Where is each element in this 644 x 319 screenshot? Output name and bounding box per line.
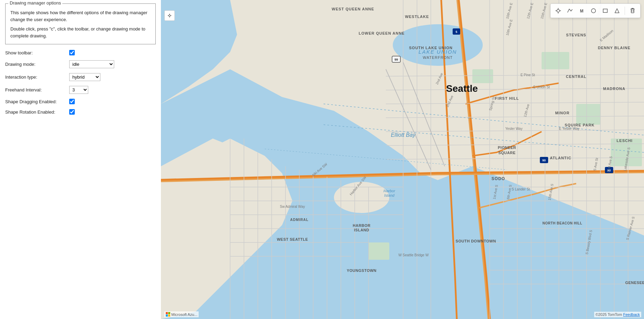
delete-tool-button[interactable]	[627, 5, 638, 16]
svg-text:Island: Island	[384, 193, 394, 197]
svg-text:SQUARE: SQUARE	[498, 151, 516, 155]
svg-text:ADMIRAL: ADMIRAL	[290, 218, 308, 222]
drawing-mode-row: Drawing mode: idle draw-line draw-polygo…	[5, 60, 156, 68]
interaction-type-select[interactable]: hybrid click freehand	[69, 73, 100, 81]
freehand-interval-select[interactable]: 1 2 3 4 5	[69, 86, 88, 94]
zoom-controls	[164, 10, 175, 21]
svg-text:Yesler Way: Yesler Way	[505, 127, 523, 131]
svg-text:Sw Admiral Way: Sw Admiral Way	[280, 205, 305, 209]
options-box-title: Drawing manager options	[8, 0, 62, 6]
svg-rect-136	[603, 9, 607, 12]
svg-text:E Union St: E Union St	[533, 85, 550, 89]
drawing-mode-select[interactable]: idle draw-line draw-polygon draw-circle …	[69, 60, 114, 68]
svg-text:M: M	[580, 9, 583, 14]
svg-text:90: 90	[542, 159, 546, 162]
svg-text:WESTLAKE: WESTLAKE	[405, 15, 429, 19]
svg-text:ISLAND: ISLAND	[354, 228, 369, 232]
svg-text:WATERFRONT: WATERFRONT	[423, 55, 453, 60]
map-navigate-button[interactable]	[164, 10, 175, 21]
svg-point-129	[557, 9, 560, 12]
svg-text:S Lander St: S Lander St	[512, 187, 530, 191]
svg-rect-8	[542, 52, 569, 69]
feedback-link[interactable]: Feedback	[623, 312, 640, 317]
ms-sq-blue	[166, 314, 168, 317]
shape-dragging-checkbox[interactable]	[69, 99, 75, 104]
map-copyright: ©2025 TomTom Feedback	[594, 312, 641, 317]
svg-text:LESCHI: LESCHI	[617, 139, 633, 143]
svg-text:WEST QUEEN ANNE: WEST QUEEN ANNE	[332, 7, 374, 11]
svg-text:PIONEER: PIONEER	[498, 145, 516, 150]
drawing-mode-label: Drawing mode:	[5, 62, 69, 67]
svg-text:YOUNGSTOWN: YOUNGSTOWN	[347, 268, 377, 273]
toolbar-separator	[625, 7, 625, 15]
freehand-interval-label: Freehand Interval:	[5, 87, 69, 92]
options-box: Drawing manager options This sample show…	[5, 3, 156, 44]
interaction-type-row: Interaction type: hybrid click freehand	[5, 73, 156, 81]
show-toolbar-label: Show toolbar:	[5, 50, 69, 55]
point-tool-button[interactable]	[553, 5, 564, 16]
svg-text:5: 5	[455, 30, 457, 34]
svg-point-6	[393, 24, 483, 66]
svg-rect-11	[369, 242, 389, 260]
shape-rotation-row: Shape Rotation Enabled:	[5, 109, 156, 115]
svg-rect-7	[472, 69, 493, 83]
svg-text:SOUTH DOWNTOWN: SOUTH DOWNTOWN	[456, 239, 496, 243]
shape-dragging-label: Shape Dragging Enabled:	[5, 99, 69, 104]
map-container[interactable]: 5 99 90 90 WEST QUEEN ANNE WESTLAKE LOWE…	[161, 0, 644, 319]
ms-sq-red	[166, 312, 168, 314]
svg-text:E Yesler Way: E Yesler Way	[559, 127, 579, 131]
description-1: This sample shows how the different opti…	[10, 9, 151, 23]
triangle-tool-button[interactable]	[611, 5, 623, 16]
ms-sq-green	[168, 312, 170, 314]
svg-text:HARBOR: HARBOR	[353, 223, 370, 228]
svg-point-135	[591, 9, 596, 13]
shape-rotation-label: Shape Rotation Enabled:	[5, 109, 69, 115]
svg-text:DENNY BLAINE: DENNY BLAINE	[598, 46, 631, 50]
svg-text:Elliott Bay: Elliott Bay	[391, 132, 416, 138]
polyline-tool-button[interactable]	[564, 5, 575, 16]
left-panel: Drawing manager options This sample show…	[0, 0, 161, 319]
drawing-toolbar: M	[550, 3, 641, 18]
description-2: Double click, press "c", click the toolb…	[10, 26, 151, 39]
svg-text:GENESEE: GENESEE	[625, 281, 644, 285]
svg-text:NORTH BEACON HILL: NORTH BEACON HILL	[542, 221, 582, 225]
svg-text:FIRST HILL: FIRST HILL	[495, 96, 519, 100]
ms-label: Microsoft Azu...	[171, 312, 197, 317]
ms-squares-icon	[166, 312, 170, 317]
shape-rotation-checkbox[interactable]	[69, 109, 75, 115]
svg-text:STEVENS: STEVENS	[566, 33, 586, 37]
svg-text:MADRONA: MADRONA	[603, 87, 625, 91]
svg-marker-137	[615, 9, 619, 13]
freehand-interval-row: Freehand Interval: 1 2 3 4 5	[5, 86, 156, 94]
svg-text:E Pine St: E Pine St	[520, 73, 535, 77]
shape-dragging-row: Shape Dragging Enabled:	[5, 99, 156, 104]
svg-text:LAKE UNION: LAKE UNION	[419, 49, 457, 55]
interaction-type-label: Interaction type:	[5, 74, 69, 80]
svg-marker-144	[167, 15, 169, 16]
svg-text:ATLANTIC: ATLANTIC	[550, 156, 571, 160]
svg-text:99: 99	[394, 58, 398, 61]
rectangle-tool-button[interactable]	[600, 5, 611, 16]
microsoft-logo: Microsoft Azu...	[164, 311, 199, 317]
copyright-text: ©2025 TomTom	[596, 312, 622, 317]
show-toolbar-checkbox[interactable]	[69, 50, 75, 55]
svg-text:Seattle: Seattle	[446, 83, 478, 94]
ms-sq-yellow	[168, 314, 170, 317]
svg-point-3	[334, 182, 389, 213]
circle-tool-button[interactable]	[588, 5, 599, 16]
svg-text:W Seattle Bridge W: W Seattle Bridge W	[398, 253, 429, 257]
show-toolbar-row: Show toolbar:	[5, 50, 156, 55]
svg-text:SODO: SODO	[491, 176, 505, 181]
polygon-tool-button[interactable]: M	[576, 5, 587, 16]
map-background: 5 99 90 90 WEST QUEEN ANNE WESTLAKE LOWE…	[161, 0, 644, 319]
svg-text:CENTRAL: CENTRAL	[566, 74, 587, 79]
svg-rect-9	[576, 104, 600, 125]
svg-text:Harbor: Harbor	[383, 189, 396, 193]
svg-text:WEST SEATTLE: WEST SEATTLE	[277, 237, 308, 241]
svg-text:LOWER QUEEN ANNE: LOWER QUEEN ANNE	[359, 31, 405, 35]
svg-rect-138	[631, 9, 634, 13]
svg-text:MINOR: MINOR	[555, 111, 570, 115]
